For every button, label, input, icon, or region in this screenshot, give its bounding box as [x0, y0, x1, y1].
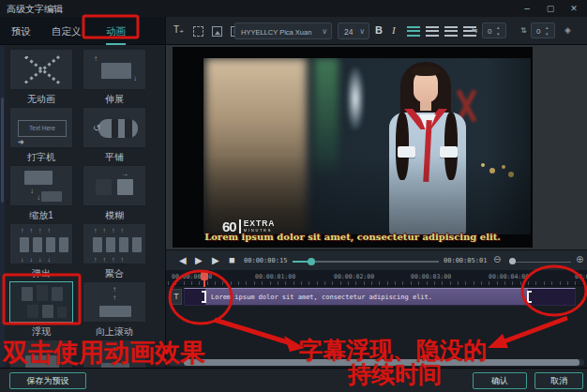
animation-item-label: 打字机 — [9, 151, 73, 162]
seek-knob[interactable] — [308, 258, 315, 265]
animation-item-label: 向上滚动 — [83, 325, 146, 337]
animation-item-label: 伸展 — [83, 93, 146, 104]
align-left-icon[interactable] — [407, 26, 420, 37]
timeline-ruler[interactable]: 00:00:00:00 00:00:01:00 00:00:02:00 00:0… — [166, 270, 587, 286]
arrow-up-glyph: ↑ — [113, 346, 116, 354]
fade-out-handle[interactable] — [527, 291, 532, 303]
titlebar: 高级文字编辑 — [0, 0, 587, 17]
subtitle-text-overlay[interactable]: Lorem ipsum dolor sit amet, consectetur … — [173, 232, 533, 242]
confirm-button[interactable]: 确认 — [473, 372, 527, 389]
playhead[interactable] — [201, 271, 208, 280]
gather-icon — [83, 223, 146, 264]
cancel-button[interactable]: 取消 — [534, 372, 583, 389]
stop-icon[interactable] — [229, 254, 235, 266]
tile-icon: ↺ — [83, 107, 146, 148]
stepper-arrows-icon[interactable] — [497, 24, 504, 38]
animation-item-blur[interactable]: → 模糊 — [83, 165, 146, 223]
arrows-up — [94, 256, 129, 263]
shape — [99, 306, 131, 317]
shape — [42, 305, 53, 318]
add-text-icon[interactable] — [173, 24, 184, 36]
arrow-up-glyph: ↑ — [113, 294, 116, 302]
animation-item-tile[interactable]: ↺ 平铺 — [83, 107, 146, 165]
shape — [25, 355, 59, 368]
char-spacing-icon — [472, 26, 478, 35]
save-preset-button[interactable]: 保存为预设 — [9, 372, 86, 389]
text-here-box: Text Here — [18, 120, 67, 137]
zoom-out-icon[interactable] — [493, 254, 501, 264]
shape — [27, 305, 38, 318]
timeline-zoom-slider[interactable] — [509, 262, 571, 263]
arrow-down-glyph: ↓ — [30, 188, 34, 195]
animation-item-stretch[interactable]: ↑ ↓ 伸展 — [83, 49, 146, 107]
line-spacing-input[interactable]: 0 — [531, 23, 555, 38]
align-right-icon[interactable] — [444, 26, 458, 37]
bold-button[interactable]: B — [375, 24, 383, 36]
animation-item-typewriter[interactable]: Text Here ➜ 打字机 — [9, 107, 73, 165]
minimize-icon[interactable] — [521, 2, 533, 14]
ruler-label: 00:00:02:00 — [334, 273, 374, 280]
ruler-label: 00:00:03:00 — [411, 273, 451, 280]
font-family-select[interactable]: HYYELLCY Pica Xuan — [234, 23, 332, 39]
play-icon[interactable] — [212, 254, 219, 266]
shape — [33, 237, 42, 252]
emerge-icon-selected — [9, 281, 73, 323]
partial-icon: ↑ — [83, 339, 146, 368]
animation-item-emerge[interactable]: 浮现 — [9, 281, 73, 339]
animation-item-label: 无动画 — [9, 93, 73, 104]
blur-icon: → — [83, 165, 146, 206]
animation-item-label: 模糊 — [83, 209, 146, 220]
preview-canvas: 60 EXTRA MINUTES Lorem ipsum dolor sit a… — [173, 47, 533, 248]
animation-item-scrollup[interactable]: ↑ ↑ 向上滚动 — [83, 281, 146, 339]
step-back-icon[interactable] — [179, 254, 187, 266]
shape — [117, 179, 133, 195]
grid-scrollbar-track — [0, 45, 5, 368]
timeline-zoom-knob[interactable] — [509, 258, 516, 264]
tab-animation[interactable]: 动画 — [106, 25, 126, 45]
animation-item-gather[interactable]: 聚合 — [83, 223, 146, 281]
tab-custom[interactable]: 自定义 — [52, 25, 82, 38]
font-size-select[interactable]: 24 — [338, 23, 369, 39]
step-forward-icon[interactable] — [195, 254, 203, 266]
shape — [125, 119, 132, 138]
arrow-down-glyph: ↓ — [37, 194, 40, 202]
shape — [24, 171, 53, 185]
animation-item-zoom1[interactable]: ↓ ↓ 缩放1 — [9, 165, 73, 223]
char-spacing-value: 0 — [488, 27, 491, 36]
image-icon[interactable] — [212, 26, 222, 37]
char-spacing-input[interactable]: 0 — [482, 23, 506, 38]
grid-scrollbar-thumb[interactable] — [1, 98, 4, 203]
close-icon[interactable] — [568, 2, 579, 14]
subtitle-clip[interactable]: Lorem ipsum dolor sit amet, consectetur … — [184, 288, 576, 306]
shape — [96, 179, 112, 195]
clip-text: Lorem ipsum dolor sit amet, consectetur … — [211, 294, 432, 301]
arrows-up — [21, 227, 56, 234]
animation-item-partial-1[interactable] — [9, 339, 73, 368]
timeline-panel: 00:00:00:00 00:00:01:00 00:00:02:00 00:0… — [166, 270, 587, 368]
ruler-label: 00:00:04:00 — [489, 273, 529, 280]
shape — [93, 237, 102, 252]
animation-item-popout[interactable]: 弹出 — [9, 223, 73, 281]
animation-item-label: 弹出 — [9, 267, 73, 279]
playback-bar: 00:00:00:15 00:00:05:01 — [166, 249, 587, 270]
line-spacing-icon — [520, 26, 527, 35]
arrow-down-glyph: ↓ — [133, 75, 137, 83]
align-center-icon[interactable] — [426, 26, 439, 37]
fade-in-handle[interactable] — [202, 291, 206, 303]
maximize-icon[interactable] — [545, 2, 556, 14]
color-style-icon[interactable] — [564, 25, 571, 35]
italic-button[interactable]: I — [392, 24, 396, 36]
shape — [132, 237, 142, 252]
transform-icon[interactable] — [193, 26, 203, 37]
animation-item-no-animation[interactable]: 无动画 — [9, 49, 73, 107]
animation-item-label: 聚合 — [83, 267, 146, 279]
animation-item-label: 平铺 — [83, 151, 146, 162]
stepper-arrows-icon[interactable] — [546, 24, 552, 38]
shape — [37, 285, 48, 301]
tab-presets[interactable]: 预设 — [11, 25, 31, 38]
timeline-scrollbar-thumb[interactable] — [184, 359, 579, 366]
arrow-right-glyph: → — [121, 171, 128, 178]
seek-bar[interactable] — [293, 261, 439, 263]
animation-item-partial-2[interactable]: ↑ — [83, 339, 146, 368]
zoom-in-icon[interactable] — [576, 254, 583, 264]
